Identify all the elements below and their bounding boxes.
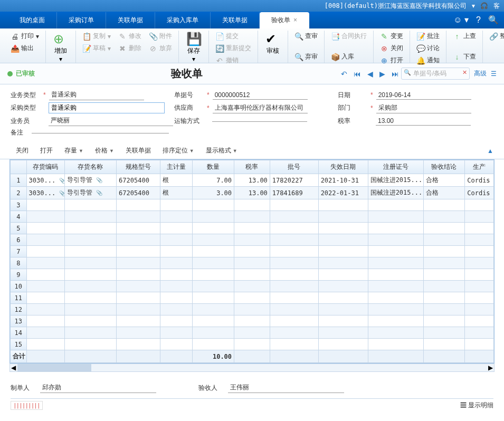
col-qty[interactable]: 数量 bbox=[193, 160, 234, 174]
change-button[interactable]: ✎变更 bbox=[378, 31, 405, 42]
footer-form: 制单人邱亦勋 验收人王伟丽 bbox=[0, 372, 504, 396]
downquery-button[interactable]: ↓下查 bbox=[451, 51, 478, 62]
table-row[interactable]: 11 bbox=[11, 292, 494, 304]
undo-icon[interactable]: ↶ bbox=[339, 69, 349, 79]
biztype-field[interactable]: 普通采购 bbox=[49, 90, 144, 100]
wholeassoc-button[interactable]: 🔗整单关联 bbox=[487, 31, 504, 42]
horizontal-scrollbar[interactable]: ◀ ▶ bbox=[9, 363, 495, 372]
table-row[interactable]: 4 bbox=[11, 211, 494, 223]
contract-button: 📑合同执行 bbox=[329, 31, 369, 42]
upquery-button[interactable]: ↑上查 bbox=[451, 31, 478, 42]
tab-desktop[interactable]: 我的桌面 bbox=[8, 12, 57, 28]
purchtype-field[interactable]: 普通采购 bbox=[49, 102, 165, 113]
export-button[interactable]: 📤输出 bbox=[8, 43, 41, 54]
table-row[interactable]: 5 bbox=[11, 223, 494, 234]
sub-stock[interactable]: 存量▼ bbox=[59, 145, 89, 157]
scroll-up-icon[interactable]: ▲ bbox=[487, 147, 493, 155]
instock-button[interactable]: 📦入库 bbox=[329, 51, 369, 62]
review-button[interactable]: 🔍查审 bbox=[292, 31, 320, 42]
table-row[interactable]: 9 bbox=[11, 269, 494, 281]
col-reg[interactable]: 注册证号 bbox=[368, 160, 423, 174]
remark-field[interactable] bbox=[32, 132, 169, 133]
table-row[interactable]: 3 bbox=[11, 199, 494, 211]
tab-assoc-2[interactable]: 关联单据 bbox=[211, 12, 260, 28]
table-row[interactable]: 12 bbox=[11, 304, 494, 315]
receiver-label: 验收人 bbox=[198, 384, 228, 393]
tab-acceptance[interactable]: 验收单× bbox=[260, 12, 309, 28]
col-name[interactable]: 存货名称 bbox=[64, 160, 116, 174]
col-result[interactable]: 验收结论 bbox=[423, 160, 465, 174]
approve-button[interactable]: 📝批注 bbox=[414, 31, 442, 42]
table-row[interactable]: 10 bbox=[11, 281, 494, 292]
abandon-button: ⊘放弃 bbox=[147, 43, 174, 54]
barcode-bar: ||||||||| ☰ 显示明细 bbox=[11, 398, 493, 410]
advanced-link[interactable]: 高级 bbox=[474, 69, 487, 78]
modify-button: ✎修改 bbox=[116, 31, 144, 42]
sub-close[interactable]: 关闭 bbox=[11, 145, 34, 157]
col-batch[interactable]: 批号 bbox=[270, 160, 318, 174]
maker-field[interactable]: 邱亦勋 bbox=[40, 382, 156, 393]
date-field[interactable]: 2019-06-14 bbox=[376, 91, 471, 100]
sub-assoc[interactable]: 关联单据 bbox=[120, 145, 156, 157]
reject-button[interactable]: 🔍弃审 bbox=[292, 51, 320, 62]
notify-button[interactable]: 🔔通知 bbox=[414, 55, 442, 66]
table-row[interactable]: 14 bbox=[11, 327, 494, 339]
sub-open[interactable]: 打开 bbox=[35, 145, 58, 157]
table-row[interactable]: 13 bbox=[11, 315, 494, 327]
open-button[interactable]: ⊕打开 bbox=[378, 55, 405, 66]
table-row[interactable]: 6 bbox=[11, 234, 494, 246]
shipmode-field[interactable] bbox=[212, 120, 307, 122]
prev-icon[interactable]: ◀ bbox=[365, 69, 375, 79]
last-icon[interactable]: ⏭ bbox=[389, 69, 401, 79]
smiley-icon[interactable]: ☺ ▾ bbox=[453, 15, 469, 25]
close-icon[interactable]: × bbox=[293, 16, 297, 24]
detail-grid: 存货编码 存货名称 规格型号 主计量 数量 税率 批号 失效日期 注册证号 验收… bbox=[9, 159, 495, 363]
dept-label: 部门 bbox=[338, 103, 367, 112]
print-button[interactable]: 🖨打印 ▾ bbox=[8, 31, 41, 42]
table-row[interactable]: 13030... 📎导引导管 📎67205400根7.0013.00178202… bbox=[11, 174, 494, 187]
table-row[interactable]: 8 bbox=[11, 257, 494, 269]
tab-purchase-order[interactable]: 采购订单 bbox=[57, 12, 106, 28]
support-icon[interactable]: 🎧 bbox=[480, 2, 488, 9]
col-tax[interactable]: 税率 bbox=[234, 160, 270, 174]
header-form: 业务类型*普通采购 单据号*0000000512 日期*2019-06-14 采… bbox=[0, 84, 504, 142]
support-label: 客 bbox=[493, 2, 500, 11]
table-row[interactable]: 23030... 📎导引导管 📎67205400根3.0013.00178416… bbox=[11, 187, 494, 199]
maker-label: 制单人 bbox=[11, 384, 40, 393]
add-button[interactable]: ⊕增加 ▾ bbox=[50, 31, 71, 64]
search-icon[interactable]: 🔍 bbox=[488, 15, 499, 25]
sub-sort[interactable]: 排序定位▼ bbox=[157, 145, 199, 157]
receiver-field[interactable]: 王伟丽 bbox=[228, 382, 344, 393]
table-row[interactable]: 7 bbox=[11, 246, 494, 257]
discuss-button[interactable]: 💬讨论 bbox=[414, 43, 442, 54]
copy-button[interactable]: 📋复制 ▾ bbox=[80, 31, 113, 42]
col-rownum[interactable] bbox=[11, 160, 27, 174]
col-mfr[interactable]: 生产 bbox=[465, 160, 494, 174]
col-expire[interactable]: 失效日期 bbox=[318, 160, 368, 174]
first-icon[interactable]: ⏮ bbox=[351, 69, 363, 79]
detail-toggle[interactable]: ☰ 显示明细 bbox=[460, 401, 493, 410]
table-row[interactable]: 15 bbox=[11, 339, 494, 350]
search-input[interactable]: 单据号/条码 bbox=[401, 68, 470, 80]
help-icon[interactable]: ? bbox=[476, 15, 481, 25]
tab-purchase-in[interactable]: 采购入库单 bbox=[155, 12, 211, 28]
docno-field[interactable]: 0000000512 bbox=[213, 91, 308, 100]
date-label: 日期 bbox=[338, 91, 367, 100]
barcode-icon[interactable]: ||||||||| bbox=[11, 401, 43, 410]
tab-assoc-1[interactable]: 关联单据 bbox=[106, 12, 155, 28]
list-icon[interactable]: ☰ bbox=[491, 70, 497, 78]
taxrate-field[interactable]: 13.00 bbox=[376, 117, 471, 126]
supplier-field[interactable]: 上海嘉事明伦医疗器材有限公司 bbox=[213, 103, 308, 113]
next-icon[interactable]: ▶ bbox=[377, 69, 387, 79]
dropdown-icon[interactable]: ▾ bbox=[472, 2, 475, 9]
total-label: 合计 bbox=[11, 350, 27, 363]
submit-button: 📄提交 bbox=[213, 31, 253, 42]
col-spec[interactable]: 规格型号 bbox=[117, 160, 160, 174]
dept-field[interactable]: 采购部 bbox=[376, 103, 471, 113]
col-code[interactable]: 存货编码 bbox=[26, 160, 64, 174]
clerk-field[interactable]: 严晓丽 bbox=[49, 116, 173, 126]
sub-display[interactable]: 显示格式▼ bbox=[201, 145, 243, 157]
close-button[interactable]: ⊗关闭 bbox=[378, 43, 405, 54]
col-uom[interactable]: 主计量 bbox=[160, 160, 193, 174]
sub-price[interactable]: 价格▼ bbox=[90, 145, 119, 157]
